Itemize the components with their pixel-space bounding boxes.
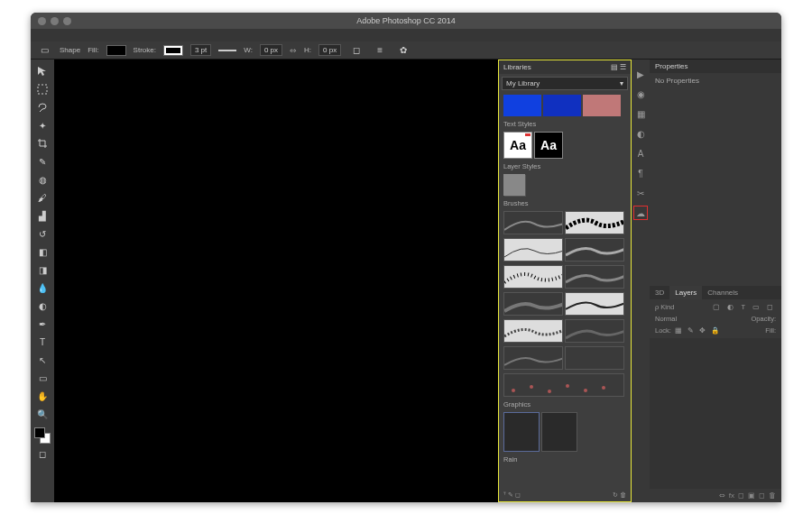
- stroke-size-input[interactable]: 3 pt: [190, 44, 211, 56]
- lib-refresh-icon[interactable]: ↻ 🗑: [613, 491, 626, 499]
- dock-column: ▶ ◉ ▦ ◐ A ¶ ✂ ☁: [632, 60, 650, 502]
- shape-mode-label[interactable]: Shape: [60, 46, 80, 54]
- heal-tool[interactable]: ◍: [34, 171, 51, 188]
- brush-11[interactable]: [503, 346, 563, 370]
- type-tool[interactable]: T: [34, 334, 51, 350]
- adjust-panel-icon[interactable]: ◐: [633, 126, 648, 141]
- layer-style-1[interactable]: [503, 174, 525, 196]
- eyedropper-tool[interactable]: ✎: [34, 153, 51, 170]
- menubar[interactable]: [31, 29, 781, 41]
- eraser-tool[interactable]: ◧: [34, 243, 51, 260]
- libraries-menu-icon[interactable]: ▤ ☰: [611, 63, 626, 71]
- stroke-style-dropdown[interactable]: [218, 50, 236, 51]
- color-swatch-3[interactable]: [583, 95, 621, 116]
- opacity-label: Opacity:: [751, 315, 776, 323]
- delete-layer-icon[interactable]: 🗑: [769, 491, 776, 500]
- tool-preset-icon[interactable]: ▭: [36, 42, 52, 59]
- brush-13[interactable]: [503, 373, 624, 397]
- stroke-swatch[interactable]: [163, 45, 183, 56]
- height-input[interactable]: 0 px: [318, 44, 341, 56]
- actions-panel-icon[interactable]: ✂: [633, 186, 648, 200]
- path-select-tool[interactable]: ↖: [34, 352, 51, 368]
- link-wh-icon[interactable]: ⇔: [290, 46, 297, 55]
- color-swatch-2[interactable]: [543, 95, 581, 116]
- brush-tool[interactable]: 🖌: [34, 189, 51, 206]
- brush-5[interactable]: [503, 265, 563, 289]
- gear-icon[interactable]: ✿: [395, 42, 411, 59]
- brush-12[interactable]: [565, 346, 624, 370]
- graphic-1[interactable]: [503, 412, 540, 452]
- brush-10[interactable]: [565, 319, 624, 343]
- lasso-tool[interactable]: [34, 99, 51, 115]
- brush-4[interactable]: [565, 238, 624, 262]
- link-layers-icon[interactable]: ⇔: [719, 491, 725, 500]
- wand-tool[interactable]: ✦: [34, 117, 51, 133]
- properties-tab[interactable]: Properties: [650, 60, 781, 73]
- stroke-label: Stroke:: [134, 46, 156, 54]
- quick-mask-icon[interactable]: ◻: [34, 445, 51, 462]
- color-picker[interactable]: [34, 427, 51, 444]
- marquee-tool[interactable]: [34, 81, 51, 97]
- cc-libraries-icon[interactable]: ☁: [633, 206, 648, 220]
- libraries-panel: Libraries ▤ ☰ My Library ▾ Text Styles A…: [498, 60, 632, 502]
- library-dropdown[interactable]: My Library ▾: [502, 77, 628, 90]
- layer-panel-tabs: 3D Layers Channels: [650, 286, 781, 299]
- svg-point-5: [584, 389, 587, 392]
- fx-icon[interactable]: fx: [729, 491, 734, 500]
- text-style-2[interactable]: Aa: [534, 132, 563, 159]
- tab-layers[interactable]: Layers: [669, 286, 702, 299]
- properties-empty-label: No Properties: [650, 73, 781, 280]
- pen-tool[interactable]: ✒: [34, 316, 51, 332]
- crop-tool[interactable]: [34, 135, 51, 151]
- stamp-tool[interactable]: ▟: [34, 207, 51, 224]
- swatches-panel-icon[interactable]: ▦: [633, 106, 648, 121]
- fill-swatch[interactable]: [106, 45, 126, 56]
- path-ops-icon[interactable]: ◻: [348, 42, 364, 59]
- shape-tool[interactable]: ▭: [34, 370, 51, 386]
- layer-filter-label[interactable]: ρ Kind: [655, 303, 674, 311]
- brush-7[interactable]: [503, 292, 563, 316]
- color-panel-icon[interactable]: ◉: [633, 87, 648, 101]
- width-input[interactable]: 0 px: [260, 44, 282, 56]
- lock-icons[interactable]: ▦ ✎ ✥ 🔒: [675, 326, 721, 335]
- mask-icon[interactable]: ◻: [738, 491, 744, 500]
- brush-6[interactable]: [565, 265, 624, 289]
- blend-mode-dropdown[interactable]: Normal: [655, 315, 677, 323]
- new-group-icon[interactable]: ▣: [748, 491, 755, 500]
- history-panel-icon[interactable]: ▶: [633, 67, 648, 81]
- graphic-name-label: Rain: [499, 454, 631, 465]
- color-swatch-1[interactable]: [503, 95, 541, 116]
- brush-3[interactable]: [503, 238, 563, 262]
- align-icon[interactable]: ≡: [372, 42, 388, 59]
- app-window: Adobe Photoshop CC 2014 ▭ Shape Fill: St…: [31, 13, 781, 502]
- styles-panel-icon[interactable]: A: [633, 146, 648, 161]
- brush-1[interactable]: [503, 211, 563, 234]
- dodge-tool[interactable]: ◐: [34, 298, 51, 314]
- zoom-tool[interactable]: 🔍: [34, 406, 51, 422]
- new-layer-icon[interactable]: ◻: [759, 491, 765, 500]
- tab-channels[interactable]: Channels: [702, 286, 743, 299]
- fill-label: Fill:: [88, 46, 98, 54]
- gradient-tool[interactable]: ◨: [34, 262, 51, 278]
- svg-point-2: [530, 385, 533, 389]
- hand-tool[interactable]: ✋: [34, 388, 51, 404]
- right-panels: Properties No Properties 3D Layers Chann…: [650, 60, 781, 502]
- tab-3d[interactable]: 3D: [650, 286, 669, 299]
- libraries-title: Libraries: [503, 63, 531, 71]
- blur-tool[interactable]: 💧: [34, 280, 51, 296]
- width-label: W:: [244, 46, 253, 54]
- graphic-2[interactable]: [541, 412, 577, 452]
- brush-9[interactable]: [503, 319, 563, 343]
- canvas-area[interactable]: [54, 60, 498, 502]
- chevron-down-icon: ▾: [620, 79, 623, 87]
- move-tool[interactable]: [34, 63, 51, 79]
- layer-filter-icons[interactable]: ▢ ◐ T ▭ ◻: [713, 303, 776, 311]
- brush-2[interactable]: [565, 211, 624, 234]
- svg-point-3: [548, 390, 551, 393]
- brush-8[interactable]: [565, 292, 624, 316]
- text-styles-heading: Text Styles: [499, 118, 631, 130]
- lib-add-text-icon[interactable]: ᵀ ✎ ◻: [503, 491, 521, 499]
- history-brush-tool[interactable]: ↺: [34, 225, 51, 242]
- text-style-1[interactable]: Aa: [503, 132, 532, 159]
- paragraph-panel-icon[interactable]: ¶: [633, 166, 648, 180]
